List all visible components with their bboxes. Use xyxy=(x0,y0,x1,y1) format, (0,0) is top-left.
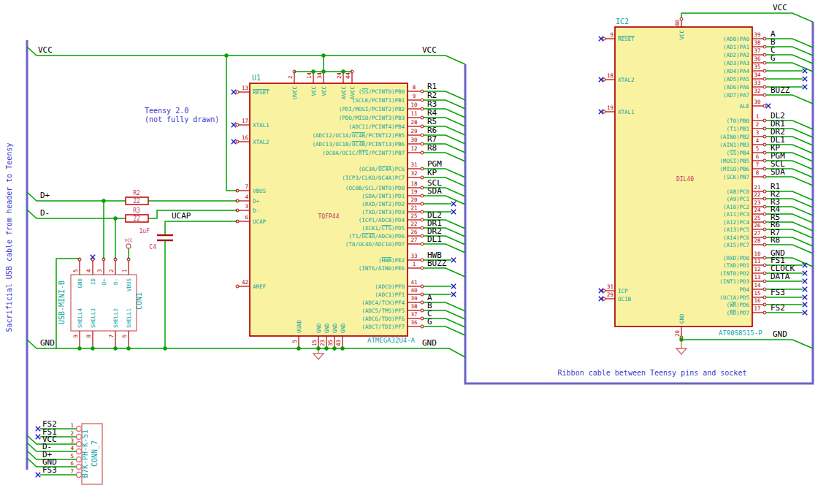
pin-ring xyxy=(763,61,766,64)
note-ribbon-cable[interactable]: Ribbon cable between Teensy pins and soc… xyxy=(558,369,747,377)
pin-number: 22 xyxy=(754,191,760,198)
resistor-r3-value[interactable]: 22 xyxy=(133,215,140,222)
net-label-ucap[interactable]: UCAP xyxy=(172,211,191,221)
junction-dot xyxy=(126,346,130,350)
wire xyxy=(681,337,813,348)
net-label-kp[interactable]: KP xyxy=(427,168,437,177)
pin-number: 6 xyxy=(121,335,128,338)
connector-con1-value[interactable]: USB-MINI-B xyxy=(58,280,66,324)
pin-name: (AD5)PA5 xyxy=(723,76,749,83)
net-label-dl1[interactable]: DL1 xyxy=(427,234,442,244)
wire xyxy=(165,221,237,235)
connector-conn7-reference[interactable]: CONN_7 xyxy=(91,440,99,467)
net-label-buzz[interactable]: BUZZ xyxy=(770,85,790,95)
pin-name: (AD3)PA3 xyxy=(723,60,749,66)
net-label-vcc[interactable]: VCC xyxy=(773,3,787,12)
net-label-data[interactable]: DATA xyxy=(770,272,790,281)
pin-name: ID xyxy=(90,278,96,286)
pin-name: (ADC5/TMS)PF5 xyxy=(362,308,405,314)
ic-u1-footprint[interactable]: TQFP44 xyxy=(318,213,340,220)
net-label-d+[interactable]: D+ xyxy=(40,191,50,200)
pin-name: (XCK1/CTS)PD5 xyxy=(362,225,405,232)
resistor-r2-value[interactable]: 22 xyxy=(133,198,140,205)
pin-ring xyxy=(763,197,766,200)
pin-name: (ADC11/PCINT4)PB4 xyxy=(348,123,405,130)
pin-ring xyxy=(763,167,766,170)
pin-number: 30 xyxy=(410,137,418,143)
pin-name: (A10)PC2 xyxy=(723,204,749,210)
net-label-vcc[interactable]: VCC xyxy=(422,45,437,55)
net-label-r8[interactable]: R8 xyxy=(770,235,780,245)
note-teensy-line1[interactable]: Teensy 2.0 xyxy=(145,107,188,115)
pin-number: 11 xyxy=(410,110,417,117)
net-label-fs2[interactable]: FS2 xyxy=(770,303,785,313)
pin-number: 44 xyxy=(345,72,351,79)
pin-number: 4 xyxy=(245,194,248,200)
pin-number: 7 xyxy=(756,161,760,168)
net-label-g[interactable]: G xyxy=(427,317,432,327)
ic-ic2-reference[interactable]: IC2 xyxy=(616,18,629,26)
ic-ic2-footprint[interactable]: DIL40 xyxy=(676,176,694,183)
pin-name: ALE xyxy=(739,103,749,110)
pin-ring xyxy=(603,289,605,292)
pin-ring xyxy=(763,272,766,275)
pin-number: 29 xyxy=(607,291,613,298)
ic-u1-reference[interactable]: U1 xyxy=(252,74,261,82)
pin-name: (RXD/INT2)PD2 xyxy=(362,201,405,207)
net-label-r8[interactable]: R8 xyxy=(427,143,437,153)
net-label-buzz[interactable]: BUZZ xyxy=(427,259,447,268)
net-label-fs3[interactable]: FS3 xyxy=(42,465,57,475)
net-label-g[interactable]: G xyxy=(770,53,776,63)
net-label-gnd[interactable]: GND xyxy=(773,329,787,339)
pin-name: RESET xyxy=(618,36,635,42)
pin-ring xyxy=(421,226,424,229)
pin-name: D+ xyxy=(101,278,107,286)
capacitor-c4-reference[interactable]: C4 xyxy=(149,244,156,251)
pin-ring xyxy=(421,116,424,119)
pin-name: (T1)PB1 xyxy=(726,126,749,132)
pin-number: 9 xyxy=(72,335,79,338)
pin-number: 5 xyxy=(291,340,298,343)
junction-dot xyxy=(77,346,81,350)
pin-name: (AD0)PA0 xyxy=(723,36,750,42)
net-label-sda[interactable]: SDA xyxy=(770,167,785,177)
capacitor-c4-value[interactable]: 1uF xyxy=(139,228,150,234)
net-label-sda[interactable]: SDA xyxy=(427,186,442,196)
pin-number: 14 xyxy=(754,282,761,289)
connector-con1-reference[interactable]: CON1 xyxy=(135,292,143,310)
connector-conn7-value[interactable]: B7K-PH-K-S1 xyxy=(81,429,89,478)
pin-name: AREF xyxy=(253,283,267,290)
net-label-vcc[interactable]: VCC xyxy=(38,45,53,55)
ic-ic2-value[interactable]: AT90S8515-P xyxy=(719,329,762,337)
pin-name: GND xyxy=(332,323,338,333)
pin-name: UVCC xyxy=(291,86,298,99)
pin-number: 13 xyxy=(242,85,248,91)
pin-name: (ADC6/TDO)PF6 xyxy=(362,316,405,322)
net-label-gnd[interactable]: GND xyxy=(40,338,55,348)
pin-ring xyxy=(763,104,766,107)
pin-name: (INT6/AIN0)PE6 xyxy=(359,265,405,272)
pin-name: GND xyxy=(316,323,322,333)
pin-name: (AD1)PA1 xyxy=(723,44,749,50)
net-label-fs3[interactable]: FS3 xyxy=(770,288,785,297)
pin-ring xyxy=(603,78,605,81)
pin-number: 8 xyxy=(756,169,760,176)
note-sacrificial-usb-cable[interactable]: Sacrificial USB cable from header to Tee… xyxy=(5,143,13,332)
pin-ring xyxy=(421,317,424,320)
pin-ring xyxy=(421,151,424,154)
pin-ring xyxy=(421,202,424,205)
pin-name: SHELL4 xyxy=(77,308,83,328)
net-label-d-[interactable]: D- xyxy=(40,208,50,218)
ic-u1-value[interactable]: ATMEGA32U4-A xyxy=(367,337,416,344)
pin-name: (ADC0)PF0 xyxy=(375,283,405,290)
resistor-r3-reference[interactable]: R3 xyxy=(133,207,140,214)
pin-ring xyxy=(603,110,605,113)
pin-number: 11 xyxy=(754,258,760,264)
pin-ring xyxy=(763,127,766,130)
note-teensy-line2[interactable]: (not fully drawn) xyxy=(145,115,219,123)
net-label-gnd[interactable]: GND xyxy=(422,338,437,348)
resistor-r2-reference[interactable]: R2 xyxy=(133,190,140,196)
pin-number: 1 xyxy=(70,422,74,429)
pin-number: 16 xyxy=(242,134,249,141)
pin-number: 36 xyxy=(754,56,761,62)
